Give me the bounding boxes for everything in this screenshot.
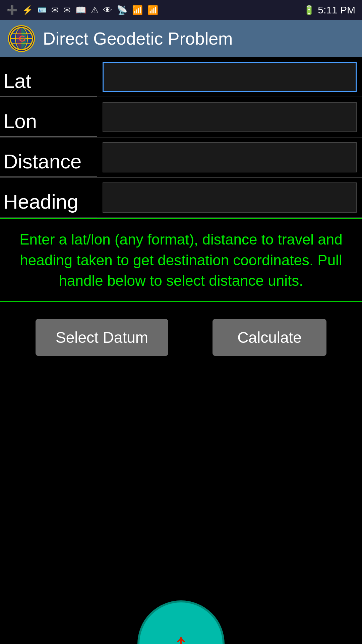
button-row: Select Datum Calculate — [0, 302, 362, 373]
lon-input[interactable] — [103, 102, 357, 132]
heading-input[interactable] — [103, 182, 357, 213]
app-title: Direct Geodetic Problem — [43, 29, 233, 49]
mail-icon-1: ✉ — [51, 5, 59, 15]
eye-icon: 👁 — [103, 5, 112, 15]
app-bar: G Direct Geodetic Problem — [0, 20, 362, 57]
svg-text:G: G — [19, 34, 25, 44]
pull-arrow-icon: ↑ — [173, 627, 189, 644]
lat-row: Lat — [0, 57, 362, 97]
heading-label: Heading — [0, 187, 97, 217]
form-area: Lat Lon Distance Heading — [0, 57, 362, 218]
pull-handle-area[interactable]: ↑ — [0, 577, 362, 644]
time-display: 5:11 PM — [318, 4, 355, 16]
lon-label: Lon — [0, 107, 97, 137]
distance-input[interactable] — [103, 142, 357, 172]
network-icon: 📶 — [147, 5, 158, 15]
lon-row: Lon — [0, 97, 362, 138]
add-icon: ➕ — [7, 5, 17, 15]
instruction-area: Enter a lat/lon (any format), distance t… — [0, 218, 362, 302]
globe-svg: G — [10, 27, 33, 50]
wifi-icon: 📶 — [132, 5, 143, 15]
usb-icon: ⚡ — [22, 5, 33, 15]
instruction-text: Enter a lat/lon (any format), distance t… — [8, 229, 354, 291]
lat-input-wrapper — [97, 57, 362, 97]
distance-row: Distance — [0, 138, 362, 178]
app-icon: G — [8, 25, 35, 52]
status-bar-icons-left: ➕ ⚡ 🪪 ✉ ✉ 📖 ⚠ 👁 📡 📶 📶 — [7, 5, 158, 15]
heading-input-wrapper — [97, 178, 362, 217]
signal-icon: 📡 — [117, 5, 127, 15]
id-icon: 🪪 — [38, 6, 47, 14]
distance-label: Distance — [0, 147, 97, 177]
mail-icon-2: ✉ — [63, 5, 71, 15]
lat-label: Lat — [0, 66, 97, 97]
pull-handle-circle[interactable]: ↑ — [137, 600, 225, 644]
calculate-button[interactable]: Calculate — [213, 319, 326, 356]
status-bar-right: 🔋 5:11 PM — [304, 4, 355, 16]
status-bar: ➕ ⚡ 🪪 ✉ ✉ 📖 ⚠ 👁 📡 📶 📶 🔋 5:11 PM — [0, 0, 362, 20]
battery-icon: 🔋 — [304, 5, 314, 15]
heading-row: Heading — [0, 178, 362, 218]
lon-input-wrapper — [97, 97, 362, 137]
distance-input-wrapper — [97, 138, 362, 177]
warning-icon: ⚠ — [91, 5, 99, 15]
lat-input[interactable] — [103, 62, 357, 92]
select-datum-button[interactable]: Select Datum — [36, 319, 168, 356]
book-icon: 📖 — [75, 5, 86, 15]
empty-space — [0, 373, 362, 574]
